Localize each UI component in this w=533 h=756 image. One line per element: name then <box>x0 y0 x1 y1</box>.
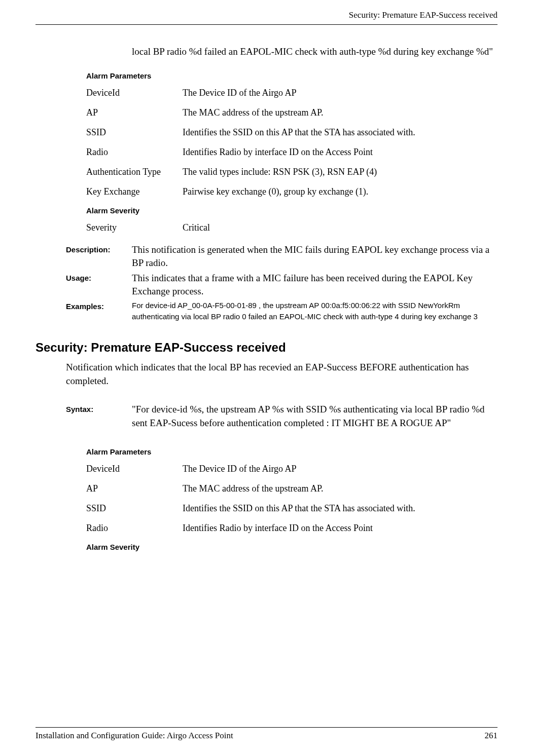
param-desc: The Device ID of the Airgo AP <box>183 464 498 474</box>
param-row: AP The MAC address of the upstream AP. <box>86 483 498 494</box>
alarm-params-heading: Alarm Parameters <box>86 447 498 456</box>
param-desc: Identifies the SSID on this AP that the … <box>183 127 498 138</box>
definition-list-1: Description: This notification is genera… <box>66 243 498 323</box>
def-row-examples: Examples: For device-id AP_00-0A-F5-00-0… <box>66 300 498 323</box>
page-footer: Installation and Configuration Guide: Ai… <box>35 727 498 741</box>
def-term: Description: <box>66 243 132 270</box>
param-desc: The valid types include: RSN PSK (3), RS… <box>183 167 498 177</box>
param-desc: Identifies Radio by interface ID on the … <box>183 147 498 158</box>
param-desc: The MAC address of the upstream AP. <box>183 483 498 494</box>
alarm-params-heading: Alarm Parameters <box>86 71 498 80</box>
section-intro: Notification which indicates that the lo… <box>66 361 498 388</box>
def-row-usage: Usage: This indicates that a frame with … <box>66 272 498 298</box>
param-row: Key Exchange Pairwise key exchange (0), … <box>86 186 498 197</box>
def-row-description: Description: This notification is genera… <box>66 243 498 270</box>
param-desc: The MAC address of the upstream AP. <box>183 107 498 118</box>
def-term: Examples: <box>66 300 132 323</box>
page-header: Security: Premature EAP-Success received <box>35 0 498 24</box>
param-row: SSID Identifies the SSID on this AP that… <box>86 503 498 514</box>
param-name: Radio <box>86 523 183 534</box>
alarm-severity-heading: Alarm Severity <box>86 543 498 551</box>
param-desc: Pairwise key exchange (0), group ky exch… <box>183 186 498 197</box>
alarm-severity-heading: Alarm Severity <box>86 206 498 215</box>
def-term: Syntax: <box>66 403 132 430</box>
def-desc: "For device-id %s, the upstream AP %s wi… <box>132 403 498 430</box>
alarm-parameters-2: Alarm Parameters DeviceId The Device ID … <box>86 447 498 551</box>
param-row: DeviceId The Device ID of the Airgo AP <box>86 88 498 98</box>
header-rule <box>35 24 498 25</box>
def-term: Usage: <box>66 272 132 298</box>
def-row-syntax: Syntax: "For device-id %s, the upstream … <box>66 403 498 430</box>
footer-page-number: 261 <box>485 731 498 741</box>
param-name: SSID <box>86 127 183 138</box>
footer-rule <box>35 727 498 728</box>
param-name: Radio <box>86 147 183 158</box>
param-desc: Identifies Radio by interface ID on the … <box>183 523 498 534</box>
param-name: AP <box>86 483 183 494</box>
param-row: Authentication Type The valid types incl… <box>86 167 498 177</box>
def-desc: This indicates that a frame with a MIC f… <box>132 272 498 298</box>
top-content: local BP radio %d failed an EAPOL-MIC ch… <box>132 45 498 59</box>
param-row: SSID Identifies the SSID on this AP that… <box>86 127 498 138</box>
header-title: Security: Premature EAP-Success received <box>349 10 498 20</box>
footer-row: Installation and Configuration Guide: Ai… <box>35 731 498 741</box>
param-name: SSID <box>86 503 183 514</box>
param-row: Radio Identifies Radio by interface ID o… <box>86 147 498 158</box>
severity-row: Severity Critical <box>86 222 498 233</box>
param-row: AP The MAC address of the upstream AP. <box>86 107 498 118</box>
footer-left: Installation and Configuration Guide: Ai… <box>35 731 233 741</box>
definition-list-2: Syntax: "For device-id %s, the upstream … <box>66 403 498 430</box>
severity-name: Severity <box>86 222 183 233</box>
param-name: AP <box>86 107 183 118</box>
param-name: DeviceId <box>86 464 183 474</box>
alarm-parameters-1: Alarm Parameters DeviceId The Device ID … <box>86 71 498 233</box>
param-name: Key Exchange <box>86 186 183 197</box>
def-desc: For device-id AP_00-0A-F5-00-01-89 , the… <box>132 300 498 323</box>
param-name: Authentication Type <box>86 167 183 177</box>
param-desc: The Device ID of the Airgo AP <box>183 88 498 98</box>
param-name: DeviceId <box>86 88 183 98</box>
param-desc: Identifies the SSID on this AP that the … <box>183 503 498 514</box>
def-desc: This notification is generated when the … <box>132 243 498 270</box>
param-row: Radio Identifies Radio by interface ID o… <box>86 523 498 534</box>
section-heading: Security: Premature EAP-Success received <box>35 341 498 355</box>
param-row: DeviceId The Device ID of the Airgo AP <box>86 464 498 474</box>
severity-value: Critical <box>183 222 498 233</box>
